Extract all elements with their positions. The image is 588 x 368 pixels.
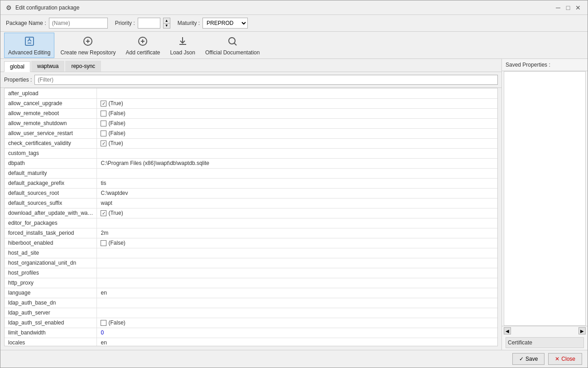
save-button[interactable]: ✓ Save [512,353,545,365]
property-value: (False) [97,128,497,138]
table-row[interactable]: forced_installs_task_period2m [5,228,497,238]
property-key: ldap_auth_ssl_enabled [5,318,97,328]
package-name-label: Package Name : [6,20,46,26]
table-row[interactable]: allow_cancel_upgrade(True) [5,98,497,108]
table-row[interactable]: allow_remote_shutdown(False) [5,118,497,128]
table-row[interactable]: after_upload [5,88,497,98]
filter-input[interactable] [34,75,498,85]
scroll-right-button[interactable]: ▶ [578,327,586,334]
property-value: C:\Program Files (x86)\wapt\db\waptdb.sq… [97,158,497,168]
property-checkbox[interactable] [101,121,106,126]
property-value [97,298,497,308]
minimize-button[interactable]: ─ [554,4,562,12]
table-row[interactable]: host_ad_site [5,248,497,258]
property-value: (True) [97,98,497,108]
load-json-label: Load Json [170,49,195,56]
property-value [97,248,497,258]
table-row[interactable]: localesen [5,338,497,346]
property-checkbox[interactable] [101,131,106,136]
table-row[interactable]: custom_tags [5,148,497,158]
property-value: en [97,288,497,298]
property-key: default_maturity [5,168,97,178]
official-docs-button[interactable]: Official Documentation [201,33,264,58]
property-checkbox[interactable] [101,240,106,246]
property-checkbox[interactable] [101,210,106,216]
property-key: hiberboot_enabled [5,238,97,248]
table-row[interactable]: default_sources_rootC:\waptdev [5,188,497,198]
create-repo-icon [82,35,94,48]
property-checkbox-label: (True) [108,140,123,146]
property-checkbox[interactable] [101,101,106,107]
load-json-icon [176,35,189,48]
table-row[interactable]: default_sources_suffixwapt [5,198,497,208]
advanced-editing-button[interactable]: Advanced Editing [4,33,54,58]
priority-spinner: ▲ ▼ [163,18,170,29]
table-row[interactable]: check_certificates_validity(True) [5,138,497,148]
load-json-button[interactable]: Load Json [166,33,199,58]
table-row[interactable]: default_package_prefixtis [5,178,497,188]
property-value: en [97,338,497,346]
table-row[interactable]: download_after_update_with_wa…(True) [5,208,497,218]
table-row[interactable]: http_proxy [5,278,497,288]
table-row[interactable]: editor_for_packages [5,218,497,228]
certificate-area: Certificate [502,335,588,350]
table-row[interactable]: default_maturity [5,168,497,178]
property-checkbox-label: (False) [108,120,125,126]
table-row[interactable]: languageen [5,288,497,298]
property-checkbox-label: (False) [108,320,125,326]
table-row[interactable]: host_organizational_unit_dn [5,258,497,268]
table-row[interactable]: limit_bandwidth0 [5,328,497,338]
priority-up-button[interactable]: ▲ [163,18,170,23]
add-certificate-button[interactable]: Add certificate [121,33,164,58]
close-label: Close [561,356,575,362]
property-value: (False) [97,118,497,128]
save-icon: ✓ [519,356,524,362]
svg-point-8 [229,38,235,44]
saved-properties-label: Saved Properties : [502,59,588,71]
property-value [97,278,497,288]
maximize-button[interactable]: □ [564,4,572,12]
property-checkbox[interactable] [101,320,106,326]
saved-properties-area[interactable] [504,71,586,326]
scroll-left-button[interactable]: ◀ [504,327,511,334]
table-row[interactable]: ldap_auth_ssl_enabled(False) [5,318,497,328]
close-window-button[interactable]: ✕ [574,4,582,12]
package-name-group: Package Name : [6,18,108,29]
add-certificate-icon [136,35,149,48]
property-value [97,148,497,158]
property-key: host_profiles [5,268,97,278]
tab-waptwua[interactable]: waptwua [31,61,64,72]
property-key: default_sources_root [5,188,97,198]
window-icon: ⚙ [6,4,12,11]
table-row[interactable]: host_profiles [5,268,497,278]
table-row[interactable]: dbpathC:\Program Files (x86)\wapt\db\wap… [5,158,497,168]
package-name-input[interactable] [49,18,108,29]
title-bar: ⚙ Edit configuration package ─ □ ✕ [0,0,588,15]
tab-global[interactable]: global [4,61,30,72]
property-value: (True) [97,138,497,148]
header-bar: Package Name : Priority : 0 ▲ ▼ Maturity… [0,15,588,32]
close-button[interactable]: ✕ Close [548,353,582,365]
tab-repo-sync[interactable]: repo-sync [65,61,101,72]
create-repo-label: Create new Repository [60,49,116,56]
left-panel: global waptwua repo-sync Properties : af… [0,59,501,350]
official-docs-icon [226,35,239,48]
table-row[interactable]: hiberboot_enabled(False) [5,238,497,248]
table-row[interactable]: ldap_auth_server [5,308,497,318]
priority-down-button[interactable]: ▼ [163,23,170,29]
property-key: language [5,288,97,298]
property-key: after_upload [5,88,97,98]
priority-input[interactable]: 0 [138,18,160,29]
property-checkbox[interactable] [101,111,106,116]
table-row[interactable]: allow_remote_reboot(False) [5,108,497,118]
properties-table-container[interactable]: after_uploadallow_cancel_upgrade(True)al… [4,88,498,346]
right-panel: Saved Properties : ◀ ▶ Certificate [501,59,588,350]
table-row[interactable]: allow_user_service_restart(False) [5,128,497,138]
create-repo-button[interactable]: Create new Repository [56,33,120,58]
svg-line-9 [234,43,236,45]
maturity-select[interactable]: PREPROD PROD TEST [202,18,248,29]
properties-table: after_uploadallow_cancel_upgrade(True)al… [5,88,497,346]
property-key: host_organizational_unit_dn [5,258,97,268]
table-row[interactable]: ldap_auth_base_dn [5,298,497,308]
property-checkbox[interactable] [101,140,106,146]
